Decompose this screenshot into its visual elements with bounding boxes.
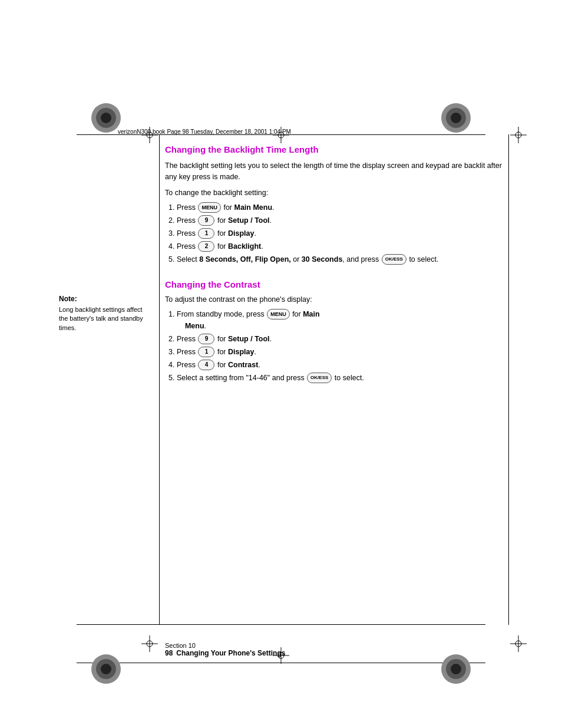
s2-step4-suffix: for Contrast. <box>217 361 260 369</box>
step1-text: Press <box>177 203 197 212</box>
section2-step-1: From standby mode, press MENU for Main M… <box>177 308 503 332</box>
s2-step2-suffix: for Setup / Tool. <box>217 335 272 343</box>
step2-suffix: for Setup / Tool. <box>217 216 272 225</box>
menu-key-2: MENU <box>267 309 290 319</box>
key-1-1: 1 <box>198 228 214 239</box>
s2-step3-suffix: for Display. <box>217 348 256 356</box>
key-1-2: 1 <box>198 347 214 357</box>
section2-step-3: Press 1 for Display. <box>177 346 503 358</box>
crosshair-tl <box>141 127 158 146</box>
section2: Changing the Contrast To adjust the cont… <box>165 279 503 384</box>
note-sidebar: Note: Long backlight settings affect the… <box>59 295 150 332</box>
footer-rule-top <box>77 624 485 625</box>
corner-decoration-br <box>441 654 471 684</box>
corner-decoration-bl <box>91 654 121 684</box>
step3-text: Press <box>177 229 197 238</box>
step1-suffix: for Main Menu. <box>223 203 274 212</box>
step4-text: Press <box>177 242 197 251</box>
corner-decoration-tr <box>441 103 471 133</box>
section1-step-4: Press 2 for Backlight. <box>177 241 503 252</box>
key-2-1: 2 <box>198 241 214 252</box>
section2-step-5: Select a setting from "14-46" and press … <box>177 372 503 384</box>
section1-step-2: Press 9 for Setup / Tool. <box>177 215 503 226</box>
s2-step5-end: to select. <box>335 374 364 382</box>
s2-step5-text: Select a setting from "14-46" and press <box>177 374 306 382</box>
step4-suffix: for Backlight. <box>217 242 263 251</box>
section2-title: Changing the Contrast <box>165 279 503 289</box>
key-9-1: 9 <box>198 215 214 226</box>
note-title: Note: <box>59 295 150 303</box>
step3-suffix: for Display. <box>217 229 256 238</box>
section1-title: Changing the Backlight Time Length <box>165 144 503 154</box>
s2-step2-text: Press <box>177 335 197 343</box>
footer-section-label: Section 10 <box>165 642 503 649</box>
footer-page-number: 98 <box>165 649 173 657</box>
section2-step-2: Press 9 for Setup / Tool. <box>177 333 503 345</box>
step5-text: Select 8 Seconds, Off, Flip Open, or 30 … <box>177 255 381 263</box>
ok-key-2: OK/ESS <box>307 373 332 383</box>
key-4-1: 4 <box>198 360 214 370</box>
corner-decoration-tl <box>91 103 121 133</box>
crosshair-bottom-center <box>273 647 289 666</box>
s2-step3-text: Press <box>177 348 197 356</box>
ok-key-1: OK/ESS <box>382 254 406 265</box>
left-margin-rule <box>159 134 160 625</box>
page: verizonN300.book Page 98 Tuesday, Decemb… <box>0 0 562 728</box>
crosshair-top-center <box>273 127 289 146</box>
note-text: Long backlight settings affect the batte… <box>59 305 150 332</box>
menu-key-1: MENU <box>198 202 221 213</box>
section1-step-5: Select 8 Seconds, Off, Flip Open, or 30 … <box>177 253 503 265</box>
section1-step-3: Press 1 for Display. <box>177 228 503 239</box>
crosshair-tr <box>510 127 527 146</box>
section2-subintro: To adjust the contrast on the phone's di… <box>165 295 503 304</box>
section1-steps: Press MENU for Main Menu. Press 9 for Se… <box>177 202 503 265</box>
main-content: Changing the Backlight Time Length The b… <box>165 144 503 616</box>
crosshair-bl <box>141 635 158 654</box>
section2-steps: From standby mode, press MENU for Main M… <box>177 308 503 384</box>
s2-step1-text: From standby mode, press <box>177 310 266 318</box>
step2-text: Press <box>177 216 197 225</box>
s2-step4-text: Press <box>177 361 197 369</box>
right-margin-rule <box>508 134 509 625</box>
footer-page-title: Changing Your Phone's Settings <box>176 649 285 657</box>
crosshair-br <box>510 635 527 654</box>
step5-end: to select. <box>409 255 438 263</box>
key-9-2: 9 <box>198 334 214 344</box>
section2-step-4: Press 4 for Contrast. <box>177 359 503 371</box>
section1-subintro: To change the backlight setting: <box>165 189 503 197</box>
section1-step-1: Press MENU for Main Menu. <box>177 202 503 213</box>
section1-intro: The backlight setting lets you to select… <box>165 160 503 183</box>
